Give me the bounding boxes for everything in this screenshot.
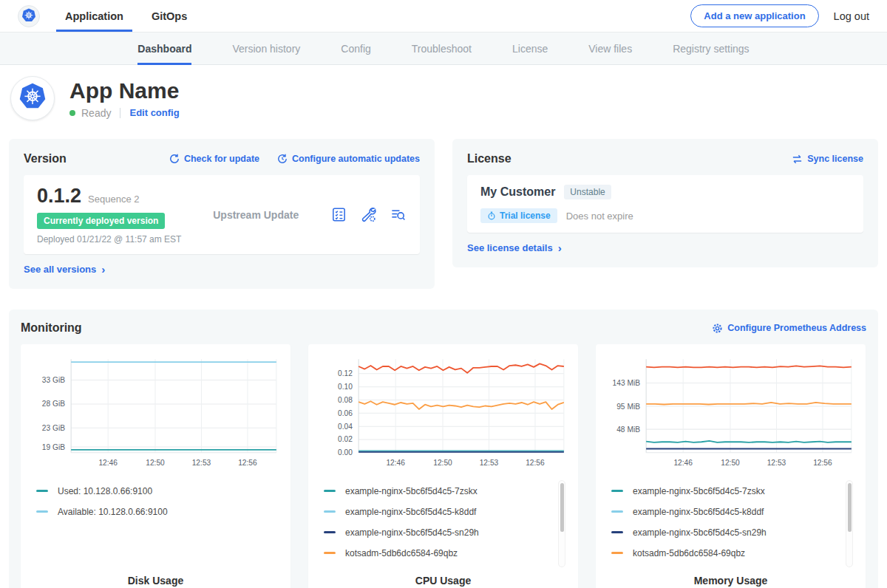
svg-text:12:53: 12:53 — [767, 459, 786, 467]
svg-text:12:46: 12:46 — [673, 459, 693, 467]
clock-refresh-icon[interactable] — [277, 154, 288, 164]
legend-label: example-nginx-5bc6f5d4c5-7zskx — [345, 486, 478, 496]
svg-text:12:50: 12:50 — [146, 459, 165, 467]
subnav-tab-license[interactable]: License — [512, 33, 548, 64]
svg-text:12:46: 12:46 — [98, 459, 118, 467]
currently-deployed-badge: Currently deployed version — [37, 213, 165, 229]
sync-license-label[interactable]: Sync license — [807, 154, 863, 164]
svg-text:0.04: 0.04 — [338, 423, 353, 431]
view-files-search-icon[interactable] — [390, 206, 407, 223]
svg-text:0.08: 0.08 — [338, 396, 353, 404]
subnav-tab-config[interactable]: Config — [341, 33, 370, 64]
sync-arrows-icon[interactable] — [792, 154, 803, 165]
sync-license-link[interactable]: Sync license — [792, 154, 863, 165]
license-info-box: My Customer Unstable Trial license Does … — [467, 175, 863, 233]
check-for-update-label[interactable]: Check for update — [184, 154, 259, 164]
legend-color-dash — [324, 552, 336, 554]
trial-license-label: Trial license — [500, 211, 551, 221]
sequence-label: Sequence 2 — [88, 194, 139, 205]
legend-label: example-nginx-5bc6f5d4c5-sn29h — [633, 527, 767, 538]
version-card: Version Check for update — [9, 139, 435, 289]
legend-item: example-nginx-5bc6f5d4c5-k8ddf — [324, 507, 565, 517]
legend-label: kotsadm-5db6dc6584-69qbz — [345, 548, 458, 558]
legend-item: example-nginx-5bc6f5d4c5-sn29h — [611, 527, 853, 538]
topnav-tabs: ApplicationGitOps — [65, 0, 187, 32]
customer-name: My Customer — [480, 185, 555, 199]
refresh-icon[interactable] — [169, 154, 180, 164]
memory-usage-chart-card: 143 MiB95 MiB48 MiB12:4612:5012:5312:56 … — [596, 344, 866, 588]
svg-text:0.02: 0.02 — [338, 435, 353, 443]
top-nav: ApplicationGitOps Add a new application … — [0, 0, 887, 32]
legend-color-dash — [36, 510, 48, 513]
preflight-checks-icon[interactable] — [330, 206, 347, 223]
legend-scrollbar-thumb[interactable] — [848, 483, 852, 532]
trial-license-badge: Trial license — [480, 208, 557, 223]
check-for-update-link[interactable]: Check for update — [169, 154, 259, 164]
legend-item: example-nginx-5bc6f5d4c5-sn29h — [324, 527, 565, 538]
logout-link[interactable]: Log out — [834, 10, 869, 22]
kubernetes-logo-icon — [20, 7, 38, 25]
legend-item: example-nginx-5bc6f5d4c5-7zskx — [324, 486, 565, 496]
legend-label: Used: 10.128.0.66:9100 — [58, 486, 152, 496]
chevron-right-icon[interactable]: › — [558, 242, 562, 253]
edit-config-link[interactable]: Edit config — [129, 107, 179, 118]
configure-prometheus-link[interactable]: Configure Prometheus Address — [712, 323, 866, 334]
subnav-tab-registry-settings[interactable]: Registry settings — [673, 33, 749, 64]
topnav-tab-gitops[interactable]: GitOps — [152, 0, 187, 32]
svg-text:0.12: 0.12 — [338, 369, 353, 377]
monitoring-card: Monitoring Configure Prometheus Address … — [9, 310, 878, 588]
legend-color-dash — [611, 510, 623, 513]
legend-label: example-nginx-5bc6f5d4c5-7zskx — [633, 486, 765, 496]
ready-status-text: Ready — [81, 107, 111, 119]
cpu-usage-chart-card: 0.120.100.080.060.040.020.0012:4612:5012… — [308, 344, 578, 588]
kubernetes-logo[interactable] — [18, 5, 40, 27]
chevron-right-icon[interactable]: › — [101, 264, 105, 275]
legend-label: example-nginx-5bc6f5d4c5-k8ddf — [345, 507, 476, 517]
subnav-tab-dashboard[interactable]: Dashboard — [137, 33, 191, 64]
configure-automatic-updates-label[interactable]: Configure automatic updates — [292, 154, 420, 164]
add-application-button[interactable]: Add a new application — [690, 4, 818, 27]
see-license-details-label[interactable]: See license details — [467, 242, 553, 253]
gear-icon[interactable] — [712, 323, 723, 334]
subnav-tab-version-history[interactable]: Version history — [232, 33, 300, 64]
svg-text:12:50: 12:50 — [721, 459, 740, 467]
svg-text:12:56: 12:56 — [238, 459, 257, 467]
legend-item: example-nginx-5bc6f5d4c5-k8ddf — [611, 507, 853, 517]
topnav-tab-application[interactable]: Application — [65, 0, 123, 32]
memory-usage-chart: 143 MiB95 MiB48 MiB12:4612:5012:5312:56 — [605, 353, 856, 480]
memory-usage-legend: example-nginx-5bc6f5d4c5-7zskxexample-ng… — [605, 480, 856, 570]
license-card: License Sync license My Customer Unstabl… — [452, 139, 878, 267]
monitoring-title: Monitoring — [21, 321, 82, 335]
see-license-details-link[interactable]: See license details › — [467, 242, 562, 253]
legend-scrollbar[interactable] — [558, 480, 565, 567]
svg-text:12:50: 12:50 — [433, 459, 452, 467]
legend-scrollbar-thumb[interactable] — [560, 483, 564, 532]
dashboard-main: Version Check for update — [0, 130, 887, 588]
legend-item: Used: 10.128.0.66:9100 — [36, 486, 278, 496]
disk-usage-chart-title: Disk Usage — [30, 570, 281, 588]
legend-item: kotsadm-5db6dc6584-69qbz — [611, 548, 853, 558]
legend-color-dash — [611, 531, 623, 533]
configure-automatic-updates-link[interactable]: Configure automatic updates — [277, 154, 420, 164]
topnav-right: Add a new application Log out — [690, 4, 869, 27]
current-version-box: 0.1.2Sequence 2 Currently deployed versi… — [24, 175, 420, 254]
license-expiry: Does not expire — [566, 211, 633, 222]
config-tools-icon[interactable] — [360, 206, 377, 223]
legend-scrollbar[interactable] — [846, 480, 853, 567]
legend-color-dash — [611, 552, 623, 554]
svg-text:12:46: 12:46 — [386, 459, 405, 467]
configure-prometheus-label[interactable]: Configure Prometheus Address — [727, 323, 866, 333]
subnav-tab-view-files[interactable]: View files — [588, 33, 632, 64]
legend-item: example-nginx-5bc6f5d4c5-7zskx — [611, 486, 853, 496]
divider — [120, 108, 120, 118]
see-all-versions-label[interactable]: See all versions — [24, 264, 96, 275]
legend-color-dash — [36, 490, 48, 492]
disk-usage-chart-card: 33 GiB28 GiB23 GiB19 GiB12:4612:5012:531… — [21, 344, 290, 588]
legend-label: Available: 10.128.0.66:9100 — [58, 507, 168, 517]
sub-nav: DashboardVersion historyConfigTroublesho… — [0, 32, 887, 65]
see-all-versions-link[interactable]: See all versions › — [24, 264, 105, 275]
legend-label: example-nginx-5bc6f5d4c5-k8ddf — [633, 507, 764, 517]
subnav-tab-troubleshoot[interactable]: Troubleshoot — [412, 33, 472, 64]
app-avatar — [10, 76, 55, 120]
charts-row: 33 GiB28 GiB23 GiB19 GiB12:4612:5012:531… — [21, 344, 866, 588]
